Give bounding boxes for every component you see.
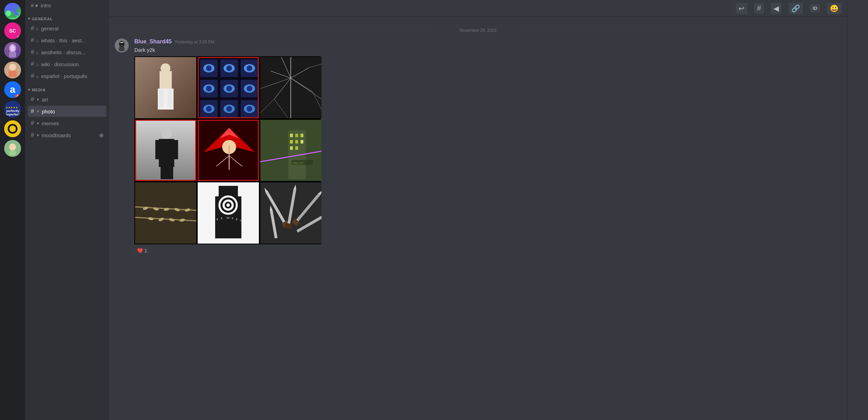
server-icon-stars[interactable]: ★★★★★ perfectly imperfect [4,101,21,118]
svg-point-5 [10,46,15,51]
server-sidebar: SC ☕ a 46 [0,0,25,420]
server-icon-sc[interactable]: SC ☕ [4,22,21,39]
date-divider: November 26, 2022 [115,28,841,33]
svg-point-40 [247,65,252,71]
svg-rect-29 [159,89,164,108]
volume-icon: ▼ [36,110,40,113]
channel-item-wiki[interactable]: # △ wiki · discussion [28,58,106,70]
server-icon-img [4,3,21,20]
volume-icon: ▼ [36,98,40,102]
svg-point-28 [161,63,170,73]
svg-text:8: 8 [217,218,218,221]
server-icon-stars-img: ★★★★★ perfectly imperfect [4,101,21,118]
channel-item-intro[interactable]: # ▶ intro [28,0,106,10]
svg-rect-26 [160,71,172,89]
hash-icon: # [31,49,34,56]
grid-cell-2[interactable] [198,57,259,118]
category-label-general: GENERAL [32,17,53,21]
channel-item-espanol[interactable]: # △ español · português [28,70,106,82]
heart-emoji: ❤️ [137,248,143,253]
volume-icon: ▼ [36,133,40,137]
category-label-media: MEDIA [32,88,46,92]
svg-point-7 [9,64,16,71]
slowmode-icon: △ [36,38,39,42]
svg-rect-78 [161,167,167,179]
channel-item-aesthetic[interactable]: # △ aesthetic · discus... [28,47,106,58]
emoji-button[interactable]: 😀 [827,3,841,14]
server-icon-purple-img [4,42,21,59]
chevron-down-icon: ▾ [28,16,30,21]
server-icon-purple[interactable] [4,42,21,59]
svg-point-2 [6,10,11,16]
chat-messages: November 26, 2022 Blue_Shard45 [109,17,847,420]
svg-text:KILL LIT: KILL LIT [293,161,304,164]
svg-text:10: 10 [226,216,230,219]
grid-cell-3[interactable] [260,57,322,118]
server-icon-a-img: a 46 [4,81,21,98]
message-text: Dark y2k [134,46,841,54]
grid-cell-1[interactable] [135,57,196,118]
reactions: ❤️ 1 [134,247,841,254]
message-header: Blue_Shard45 Yesterday at 3:26 PM [134,38,841,45]
category-media[interactable]: ▾ MEDIA [25,82,109,93]
add-member-icon[interactable]: ⊕ [99,132,104,139]
grid-cell-5[interactable] [198,120,259,181]
svg-point-37 [226,65,232,71]
svg-rect-90 [290,134,293,137]
channel-label: memes [42,120,104,126]
grid-cell-4[interactable] [135,120,196,181]
channel-item-photo[interactable]: # ▼ photo [28,106,106,117]
svg-rect-102 [135,182,196,244]
link-button[interactable]: 🔗 [789,3,803,14]
svg-rect-79 [167,167,173,179]
server-icon-baby[interactable] [4,140,21,157]
heart-reaction[interactable]: ❤️ 1 [134,247,150,254]
svg-point-52 [206,106,212,112]
grid-cell-6[interactable]: KILL LIT [260,120,322,181]
message: Blue_Shard45 Yesterday at 3:26 PM Dark y… [115,38,841,254]
svg-rect-92 [301,134,303,137]
svg-text:8: 8 [236,218,238,221]
server-icon-yellow[interactable] [4,120,21,137]
svg-point-15 [9,125,16,132]
channel-item-art[interactable]: # ▼ art [28,94,106,105]
notification-badge: 46 [15,94,21,98]
channel-item-general[interactable]: # △ general [28,23,106,34]
slowmode-icon: △ [36,27,39,30]
reaction-count: 1 [144,248,147,253]
channel-item-whats[interactable]: # △ whats · this · aest... [28,35,106,46]
server-icon-girl[interactable] [4,62,21,78]
channel-label-intro: intro [41,2,51,8]
svg-point-46 [226,86,232,91]
server-icon-girl-img [4,62,21,78]
slowmode-icon: △ [36,50,39,54]
server-icon-a[interactable]: a 46 [4,81,21,98]
category-general[interactable]: ▾ GENERAL [25,11,109,22]
svg-text:imperfect: imperfect [6,113,20,116]
svg-text:7: 7 [240,219,241,222]
slowmode-icon: △ [36,74,39,78]
channel-sidebar: # ▶ intro ▾ GENERAL # △ general # △ what… [25,0,109,420]
hash-icon: # [31,37,34,44]
channel-item-moodboards[interactable]: # ▼ moodboards ⊕ [28,130,106,141]
volume-icon: ▼ [36,121,40,125]
svg-point-74 [161,127,172,139]
svg-rect-94 [295,140,298,144]
svg-rect-8 [8,71,17,77]
channel-label: art [42,97,104,103]
id-button[interactable]: ID [810,4,820,12]
server-icon-yellow-img [4,120,21,137]
channel-item-memes[interactable]: # ▼ memes [28,118,106,129]
reply-button[interactable]: ↩ [736,3,747,14]
back-button[interactable]: ◀ [771,3,782,14]
grid-cell-7[interactable] [135,182,196,244]
right-sidebar [847,0,868,420]
message-content: Blue_Shard45 Yesterday at 3:26 PM Dark y… [134,38,841,254]
hashtag-button[interactable]: # [754,3,764,14]
grid-cell-9[interactable] [260,182,322,244]
svg-rect-96 [290,146,293,150]
server-icon-main[interactable] [4,3,21,20]
svg-rect-18 [9,150,16,155]
grid-cell-8[interactable]: 7 8 9 10 9 8 7 [198,182,259,244]
channel-label: photo [42,108,104,114]
